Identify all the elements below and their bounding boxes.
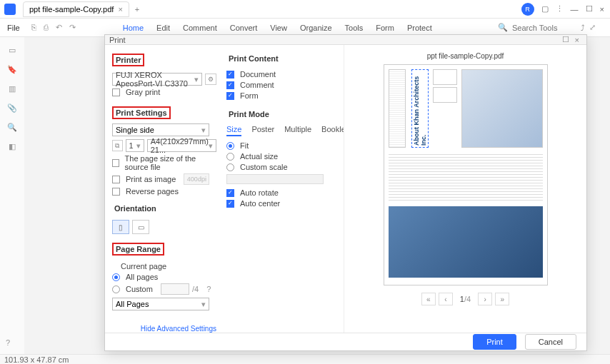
size-fit-radio[interactable]	[226, 142, 234, 150]
custom-range-input[interactable]	[161, 283, 189, 295]
auto-rotate-checkbox[interactable]	[226, 189, 234, 197]
custom-range-radio[interactable]	[112, 285, 120, 293]
size-actual-radio[interactable]	[226, 153, 234, 161]
content-comment-checkbox[interactable]	[226, 81, 234, 89]
more-icon[interactable]: ⋮	[556, 4, 564, 14]
pages-filter-select[interactable]: All Pages▾	[112, 298, 209, 310]
menu-home[interactable]: Home	[123, 24, 144, 32]
main-menu: Home Edit Comment Convert View Organize …	[123, 24, 432, 32]
file-menu-button[interactable]: File	[0, 24, 27, 32]
content-form-checkbox[interactable]	[226, 92, 234, 100]
add-tab-icon[interactable]: +	[135, 5, 139, 14]
dpi-value: 400dpi	[184, 173, 209, 185]
preview-bottom-image	[389, 206, 543, 278]
menu-protect[interactable]: Protect	[407, 24, 432, 32]
mode-tab-poster[interactable]: Poster	[251, 125, 274, 136]
avatar[interactable]: R	[521, 3, 534, 16]
document-tab[interactable]: ppt file-sample-Copy.pdf ×	[23, 1, 129, 17]
auto-rotate-label: Auto rotate	[240, 188, 279, 197]
reverse-pages-label: Reverse pages	[126, 187, 179, 196]
copies-input[interactable]: 1▾	[126, 139, 144, 152]
notes-icon[interactable]: ▢	[541, 4, 549, 14]
orientation-portrait[interactable]: ▯	[112, 220, 129, 234]
menu-form[interactable]: Form	[376, 24, 394, 32]
preview-side-label: About Khan Architects Inc.	[411, 69, 429, 148]
content-document-checkbox[interactable]	[226, 71, 234, 79]
paper-size-select[interactable]: A4(210x297mm) 21...▾	[147, 139, 216, 152]
custom-scale-slider[interactable]	[226, 174, 324, 184]
thumbnails-icon[interactable]: ▭	[9, 46, 16, 55]
pager-first-icon[interactable]: «	[421, 293, 436, 305]
menu-comment[interactable]: Comment	[183, 24, 217, 32]
menu-tools[interactable]: Tools	[345, 24, 364, 32]
comments-icon[interactable]: ▥	[9, 84, 16, 93]
size-custom-label: Custom scale	[240, 163, 288, 171]
preview-building-image	[461, 69, 543, 148]
preview-element	[433, 69, 457, 85]
save-icon[interactable]: ⎘	[31, 23, 36, 32]
menu-organize[interactable]: Organize	[300, 24, 332, 32]
dialog-maximize-icon[interactable]: ☐	[559, 35, 572, 44]
duplex-select[interactable]: Single side▾	[112, 123, 209, 136]
menu-edit[interactable]: Edit	[156, 24, 170, 32]
preview-pager: « ‹ 1/4 › »	[421, 293, 509, 305]
reverse-pages-checkbox[interactable]	[112, 188, 120, 196]
auto-center-label: Auto center	[240, 199, 280, 208]
search-panel-icon[interactable]: 🔍	[7, 123, 17, 132]
size-custom-radio[interactable]	[226, 163, 234, 171]
bookmarks-icon[interactable]: 🔖	[7, 65, 17, 74]
close-tab-icon[interactable]: ×	[118, 5, 122, 14]
print-dialog: Print ☐ × Printer FUJI XEROX ApeosPort-V…	[104, 34, 587, 351]
content-document-label: Document	[240, 70, 276, 79]
attachments-icon[interactable]: 📎	[7, 103, 17, 113]
toggle-advanced-link[interactable]: Hide Advanced Settings	[112, 325, 216, 333]
search-tools-input[interactable]	[512, 24, 576, 32]
mode-tab-multiple[interactable]: Multiple	[284, 125, 311, 136]
cancel-button[interactable]: Cancel	[525, 334, 576, 350]
gray-print-label: Gray print	[126, 88, 160, 96]
page-dimensions: 101.93 x 47.87 cm	[4, 355, 69, 364]
maximize-icon[interactable]: ☐	[586, 4, 593, 14]
preview-element	[433, 87, 457, 103]
pager-next-icon[interactable]: ›	[478, 293, 492, 305]
copies-icon: ⧉	[112, 140, 123, 151]
status-bar: 101.93 x 47.87 cm	[0, 354, 610, 364]
redo-icon[interactable]: ↷	[69, 23, 76, 32]
section-orientation: Orientation	[112, 203, 159, 213]
print-icon[interactable]: ⎙	[44, 23, 49, 32]
range-help-icon[interactable]: ?	[206, 285, 211, 293]
gray-print-checkbox[interactable]	[112, 89, 120, 96]
preview-page: About Khan Architects Inc.	[384, 64, 548, 285]
orientation-landscape[interactable]: ▭	[132, 220, 149, 234]
dialog-footer: Print Cancel	[105, 333, 586, 350]
pager-prev-icon[interactable]: ‹	[439, 293, 453, 305]
menu-view[interactable]: View	[270, 24, 287, 32]
menu-convert[interactable]: Convert	[230, 24, 258, 32]
printer-select[interactable]: FUJI XEROX ApeosPort-VI C3370▾	[112, 73, 202, 86]
minimize-icon[interactable]: —	[571, 5, 579, 14]
pager-last-icon[interactable]: »	[495, 293, 509, 305]
preview-title: ppt file-sample-Copy.pdf	[427, 52, 504, 60]
source-page-size-checkbox[interactable]	[112, 159, 119, 167]
mode-tab-size[interactable]: Size	[226, 125, 241, 136]
dialog-titlebar: Print ☐ ×	[105, 35, 586, 45]
size-fit-label: Fit	[240, 141, 249, 150]
all-pages-label: All pages	[126, 273, 158, 281]
all-pages-radio[interactable]	[112, 273, 120, 281]
auto-center-checkbox[interactable]	[226, 200, 234, 208]
printer-properties-icon[interactable]: ⚙	[205, 74, 216, 85]
layers-icon[interactable]: ◧	[9, 142, 16, 151]
expand-icon[interactable]: ⤢	[589, 23, 596, 32]
undo-icon[interactable]: ↶	[56, 23, 62, 32]
print-button[interactable]: Print	[473, 334, 516, 350]
section-print-mode: Print Mode	[226, 109, 271, 119]
help-icon[interactable]: ?	[6, 338, 10, 347]
share-icon[interactable]: ⤴	[581, 24, 585, 32]
tab-title: ppt file-sample-Copy.pdf	[29, 5, 114, 14]
title-bar: ppt file-sample-Copy.pdf × + R ▢ ⋮ — ☐ ×	[0, 0, 610, 19]
preview-element	[389, 69, 406, 148]
print-as-image-checkbox[interactable]	[112, 176, 120, 183]
window-close-icon[interactable]: ×	[600, 5, 604, 14]
dialog-title: Print	[109, 36, 126, 44]
dialog-close-icon[interactable]: ×	[572, 36, 582, 44]
